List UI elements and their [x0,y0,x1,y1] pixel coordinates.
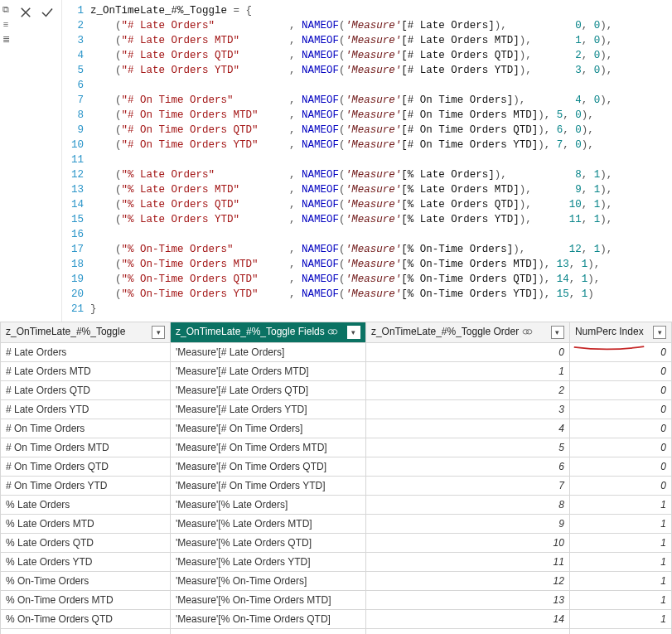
code-line: 10 ("# On Time Orders YTD"....., NAMEOF(… [62,138,672,152]
cell-toggle: # On Time Orders YTD [1,477,171,496]
cell-fields: 'Measure'[% Late Orders MTD] [171,515,366,534]
cell-order: 0 [365,343,569,362]
cancel-button[interactable] [17,3,35,22]
table-row[interactable]: % On-Time Orders MTD'Measure'[% On-Time … [1,591,672,610]
column-header-toggle[interactable]: z_OnTimeLate_#%_Toggle ▾ [1,322,171,343]
cell-numperc: 0 [569,477,671,496]
cell-toggle: % On-Time Orders [1,572,171,591]
cell-order: 15 [365,629,569,635]
svg-point-3 [526,330,531,334]
cell-order: 8 [365,496,569,515]
svg-point-1 [331,330,336,334]
check-icon [40,5,55,20]
code-line: 16 [62,227,672,242]
column-header-label: z_OnTimeLate_#%_Toggle Order [371,326,519,337]
table-row[interactable]: % On-Time Orders QTD'Measure'[% On-Time … [1,610,672,629]
cell-toggle: # Late Orders YTD [1,400,171,419]
table-row[interactable]: # On Time Orders MTD'Measure'[# On Time … [1,438,672,457]
result-table: z_OnTimeLate_#%_Toggle ▾ z_OnTimeLate_#%… [0,322,672,634]
close-icon [18,5,33,20]
cell-toggle: # Late Orders MTD [1,362,171,381]
table-row[interactable]: # On Time Orders YTD'Measure'[# On Time … [1,477,672,496]
code-line: 7 ("# On Time Orders"........., NAMEOF('… [62,93,672,108]
cell-fields: 'Measure'[% On-Time Orders YTD] [171,629,366,635]
dropdown-icon[interactable]: ▾ [551,326,564,339]
cell-numperc: 1 [569,534,671,553]
dropdown-icon[interactable]: ▾ [152,326,165,339]
dropdown-icon[interactable]: ▾ [347,326,360,339]
cell-numperc: 0 [569,343,671,362]
code-line: 9 ("# On Time Orders QTD"....., NAMEOF('… [62,123,672,138]
cell-order: 7 [365,477,569,496]
table-row[interactable]: % Late Orders QTD'Measure'[% Late Orders… [1,534,672,553]
cell-numperc: 0 [569,438,671,457]
column-header-fields[interactable]: z_OnTimeLate_#%_Toggle Fields ▾ [171,322,366,343]
commit-button[interactable] [38,3,56,22]
cell-numperc: 0 [569,419,671,438]
cell-toggle: % On-Time Orders YTD [1,629,171,635]
code-line: 5 ("# Late Orders YTD"........, NAMEOF('… [62,63,672,78]
column-header-label: NumPerc Index [575,326,644,337]
cell-toggle: % Late Orders [1,496,171,515]
dropdown-icon[interactable]: ▾ [653,326,666,339]
table-row[interactable]: # On Time Orders QTD'Measure'[# On Time … [1,457,672,477]
cell-numperc: 1 [569,610,671,629]
related-icon [522,327,533,335]
cell-fields: 'Measure'[% On-Time Orders] [171,572,366,591]
code-line: 20 ("% On-Time Orders YTD"....., NAMEOF(… [62,287,672,302]
table-row[interactable]: % Late Orders'Measure'[% Late Orders]81 [1,496,672,515]
dax-editor[interactable]: 1z_OnTimeLate_#%_Toggle = {2 ("# Late Or… [61,0,672,322]
cell-order: 12 [365,572,569,591]
related-icon [327,327,338,335]
cell-numperc: 1 [569,572,671,591]
cell-numperc: 1 [569,591,671,610]
cell-fields: 'Measure'[% Late Orders QTD] [171,534,366,553]
code-line: 18 ("% On-Time Orders MTD"....., NAMEOF(… [62,257,672,272]
table-row[interactable]: # Late Orders YTD'Measure'[# Late Orders… [1,400,672,419]
table-row[interactable]: % On-Time Orders'Measure'[% On-Time Orde… [1,572,672,591]
cell-toggle: % Late Orders QTD [1,534,171,553]
cell-fields: 'Measure'[# On Time Orders QTD] [171,457,366,477]
column-header-label: z_OnTimeLate_#%_Toggle Fields [176,326,325,337]
cell-fields: 'Measure'[% Late Orders] [171,496,366,515]
code-line: 2 ("# Late Orders"............, NAMEOF('… [62,18,672,33]
code-line: 1z_OnTimeLate_#%_Toggle = { [62,3,672,18]
code-line: 12 ("% Late Orders"............, NAMEOF(… [62,167,672,182]
cell-fields: 'Measure'[# Late Orders] [171,343,366,362]
table-row[interactable]: % Late Orders MTD'Measure'[% Late Orders… [1,515,672,534]
cell-fields: 'Measure'[# On Time Orders MTD] [171,438,366,457]
cell-numperc: 1 [569,553,671,572]
cell-order: 2 [365,381,569,400]
formula-toolbar [12,0,61,22]
cell-toggle: # Late Orders QTD [1,381,171,400]
cell-numperc: 1 [569,496,671,515]
table-row[interactable]: # On Time Orders'Measure'[# On Time Orde… [1,419,672,438]
cell-numperc: 0 [569,457,671,477]
cell-order: 1 [365,362,569,381]
code-line: 15 ("% Late Orders YTD"........, NAMEOF(… [62,212,672,227]
code-line: 6 [62,78,672,93]
cell-fields: 'Measure'[% On-Time Orders QTD] [171,610,366,629]
cell-toggle: # On Time Orders MTD [1,438,171,457]
cell-fields: 'Measure'[% Late Orders YTD] [171,553,366,572]
table-row[interactable]: # Late Orders'Measure'[# Late Orders]00 [1,343,672,362]
code-line: 3 ("# Late Orders MTD"........, NAMEOF('… [62,33,672,48]
table-row[interactable]: # Late Orders MTD'Measure'[# Late Orders… [1,362,672,381]
side-ribbon: ⧉ ≡ ≣ [0,0,12,46]
code-line: 13 ("% Late Orders MTD"........, NAMEOF(… [62,182,672,197]
cell-fields: 'Measure'[# On Time Orders] [171,419,366,438]
cell-order: 9 [365,515,569,534]
column-header-order[interactable]: z_OnTimeLate_#%_Toggle Order ▾ [365,322,569,343]
cell-order: 11 [365,553,569,572]
column-header-numperc[interactable]: NumPerc Index ▾ [569,322,671,343]
cell-order: 13 [365,591,569,610]
column-header-label: z_OnTimeLate_#%_Toggle [6,326,125,337]
code-line: 14 ("% Late Orders QTD"........, NAMEOF(… [62,197,672,212]
table-row[interactable]: % Late Orders YTD'Measure'[% Late Orders… [1,553,672,572]
code-line: 11 [62,152,672,167]
cell-toggle: # On Time Orders QTD [1,457,171,477]
table-row[interactable]: % On-Time Orders YTD'Measure'[% On-Time … [1,629,672,635]
cell-fields: 'Measure'[# On Time Orders YTD] [171,477,366,496]
cell-toggle: % On-Time Orders MTD [1,591,171,610]
table-row[interactable]: # Late Orders QTD'Measure'[# Late Orders… [1,381,672,400]
